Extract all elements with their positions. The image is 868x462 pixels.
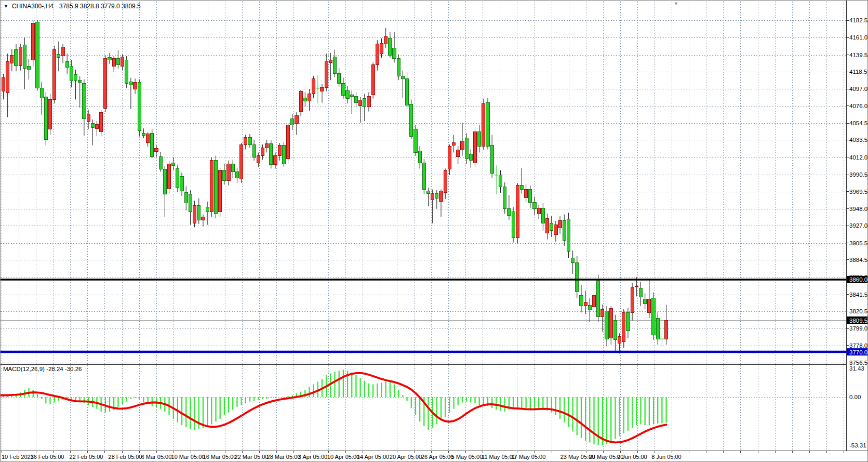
svg-text:22 Feb 05:00: 22 Feb 05:00: [70, 454, 103, 460]
frame-layer: [1, 1, 868, 453]
svg-text:0.00: 0.00: [849, 394, 861, 400]
svg-text:3841.5: 3841.5: [849, 292, 867, 298]
svg-text:3927.0: 3927.0: [849, 222, 867, 229]
macd-indicator-label: MACD(12,26,9) -28.24 -30.26: [3, 366, 82, 372]
svg-text:22 Mar 05:00: 22 Mar 05:00: [235, 454, 269, 460]
svg-text:4054.5: 4054.5: [849, 120, 867, 126]
ohlc-values: 3785.9 3828.8 3779.0 3809.5: [59, 3, 141, 10]
chart-title-bar: ▼ CHINA300-,H4 3785.9 3828.8 3779.0 3809…: [4, 3, 141, 10]
svg-text:4161.0: 4161.0: [849, 34, 867, 41]
svg-text:3860.0: 3860.0: [849, 276, 867, 283]
candles-layer: [2, 20, 667, 353]
svg-text:3884.5: 3884.5: [849, 257, 867, 263]
price-chart[interactable]: 4182.54161.04139.54118.54097.04076.04054…: [1, 1, 868, 462]
svg-text:3809.5: 3809.5: [849, 318, 867, 324]
svg-text:31.43: 31.43: [849, 365, 864, 372]
svg-text:17 May 05:00: 17 May 05:00: [511, 454, 546, 460]
svg-text:20 Apr 05:00: 20 Apr 05:00: [390, 454, 422, 460]
svg-text:16 Feb 05:00: 16 Feb 05:00: [31, 454, 64, 460]
svg-text:3990.5: 3990.5: [849, 171, 867, 178]
svg-text:10 Feb 2023: 10 Feb 2023: [2, 454, 34, 460]
svg-text:3770.0: 3770.0: [849, 349, 867, 355]
svg-text:4076.0: 4076.0: [849, 103, 867, 109]
svg-text:3969.5: 3969.5: [849, 189, 867, 195]
svg-text:3820.5: 3820.5: [849, 308, 867, 314]
svg-text:28 Mar 05:00: 28 Mar 05:00: [267, 454, 301, 460]
svg-text:2 Jun 05:00: 2 Jun 05:00: [617, 454, 647, 460]
svg-text:4182.5: 4182.5: [849, 17, 867, 23]
svg-text:4033.5: 4033.5: [849, 137, 867, 143]
svg-text:3948.0: 3948.0: [849, 206, 867, 212]
symbol-period-label: CHINA300-,H4: [12, 3, 54, 10]
svg-text:4012.0: 4012.0: [849, 154, 867, 161]
svg-text:6 Mar 05:00: 6 Mar 05:00: [141, 454, 172, 460]
svg-text:3778.0: 3778.0: [849, 342, 867, 349]
svg-text:4118.5: 4118.5: [849, 69, 867, 75]
svg-text:4139.5: 4139.5: [849, 52, 867, 58]
macd-layer: [1, 370, 666, 445]
svg-text:4097.0: 4097.0: [849, 86, 867, 92]
chart-shift-marker-icon[interactable]: ▼: [674, 1, 678, 6]
chart-window: 4182.54161.04139.54118.54097.04076.04054…: [0, 0, 868, 462]
svg-text:8 Jun 05:00: 8 Jun 05:00: [651, 454, 682, 460]
level-lines: [1, 280, 847, 352]
svg-text:14 Apr 05:00: 14 Apr 05:00: [357, 454, 389, 460]
svg-text:16 Mar 05:00: 16 Mar 05:00: [203, 454, 237, 460]
svg-text:26 Apr 05:00: 26 Apr 05:00: [421, 454, 453, 460]
svg-text:28 Feb 05:00: 28 Feb 05:00: [109, 454, 142, 460]
chart-dropdown-icon[interactable]: ▼: [4, 4, 8, 9]
svg-text:-53.31: -53.31: [849, 442, 866, 448]
svg-text:3799.0: 3799.0: [849, 325, 867, 332]
svg-text:10 Apr 05:00: 10 Apr 05:00: [327, 454, 359, 460]
svg-text:5 May 05:00: 5 May 05:00: [451, 454, 483, 460]
svg-text:3 Apr 05:00: 3 Apr 05:00: [298, 454, 327, 460]
svg-text:10 Mar 05:00: 10 Mar 05:00: [171, 454, 205, 460]
svg-text:3905.5: 3905.5: [849, 240, 867, 246]
